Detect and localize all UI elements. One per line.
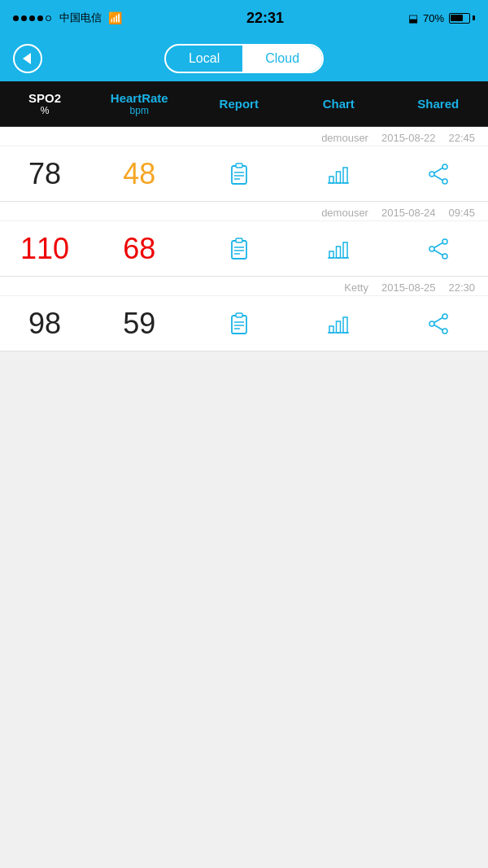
header-heartrate: HeartRate bpm: [89, 81, 190, 126]
dot5: [46, 15, 51, 21]
meta-user-2: Ketty: [344, 281, 368, 294]
nav-bar: Local Cloud: [0, 36, 488, 81]
signal-dots: [13, 15, 51, 21]
svg-point-9: [442, 164, 447, 169]
svg-rect-6: [337, 172, 341, 183]
svg-point-37: [442, 314, 447, 319]
records-container: demouser 2015-08-22 22:45 7848 demouser …: [0, 127, 488, 351]
header-chart: Chart: [289, 81, 389, 126]
share-button-1[interactable]: [389, 237, 489, 261]
dot3: [29, 15, 35, 21]
chart-button-2[interactable]: [289, 312, 389, 336]
battery-tip: [473, 15, 475, 20]
chart-button-1[interactable]: [289, 237, 389, 261]
meta-user-1: demouser: [321, 207, 368, 219]
meta-date-1: 2015-08-24: [381, 207, 436, 219]
battery-body: [449, 13, 470, 24]
back-arrow-icon: [23, 53, 31, 64]
data-row-1: 11068: [0, 220, 488, 276]
battery-icon: [449, 13, 475, 24]
battery-fill: [451, 15, 463, 21]
share-icon-2: [426, 312, 451, 336]
svg-rect-1: [236, 164, 242, 168]
data-section-2: Ketty 2015-08-25 22:30 9859: [0, 277, 488, 351]
toggle-group: Local Cloud: [164, 44, 324, 73]
svg-rect-29: [236, 313, 242, 317]
report-button-2[interactable]: [190, 312, 290, 336]
svg-line-40: [434, 317, 442, 322]
wifi-icon: 📶: [108, 11, 122, 24]
spo2-value-1: 110: [0, 232, 89, 266]
svg-line-13: [434, 175, 442, 180]
heartrate-value-0: 48: [89, 157, 190, 191]
toggle-local[interactable]: Local: [166, 46, 242, 72]
chart-button-0[interactable]: [289, 162, 389, 186]
svg-line-41: [434, 325, 442, 329]
share-icon-0: [426, 162, 451, 186]
header-spo2: SPO2 %: [0, 81, 89, 126]
report-icon-2: [227, 312, 251, 336]
report-button-0[interactable]: [190, 162, 290, 186]
meta-time-1: 09:45: [448, 207, 475, 219]
dot1: [13, 15, 19, 21]
back-button[interactable]: [13, 44, 42, 73]
svg-rect-0: [232, 166, 246, 184]
svg-rect-28: [232, 316, 246, 334]
svg-rect-14: [232, 241, 246, 259]
spo2-value-0: 78: [0, 157, 89, 191]
svg-rect-19: [329, 251, 333, 258]
chart-icon-2: [326, 312, 351, 336]
meta-time-0: 22:45: [448, 132, 475, 144]
svg-point-25: [429, 246, 434, 251]
share-icon-1: [426, 237, 451, 261]
dot2: [21, 15, 27, 21]
report-icon-1: [227, 237, 251, 261]
svg-point-10: [442, 179, 447, 184]
carrier-label: 中国电信: [59, 11, 102, 25]
share-button-2[interactable]: [389, 312, 489, 336]
share-button-0[interactable]: [389, 162, 489, 186]
data-section-0: demouser 2015-08-22 22:45 7848: [0, 127, 488, 202]
chart-icon-1: [326, 237, 351, 261]
data-row-0: 7848: [0, 146, 488, 201]
data-row-2: 9859: [0, 295, 488, 351]
svg-rect-21: [343, 242, 347, 258]
meta-date-0: 2015-08-22: [381, 132, 436, 144]
data-section-1: demouser 2015-08-24 09:45 11068: [0, 202, 488, 277]
svg-line-27: [434, 250, 442, 255]
spo2-value-2: 98: [0, 307, 89, 341]
status-bar: 中国电信 📶 22:31 ⬓ 70%: [0, 0, 488, 36]
svg-line-12: [434, 168, 442, 172]
svg-rect-20: [337, 246, 341, 258]
svg-rect-5: [329, 177, 333, 183]
row-meta-2: Ketty 2015-08-25 22:30: [0, 277, 488, 295]
status-left: 中国电信 📶: [13, 11, 122, 25]
meta-user-0: demouser: [321, 132, 368, 144]
column-headers: SPO2 % HeartRate bpm Report Chart Shared: [0, 81, 488, 127]
svg-point-11: [429, 172, 434, 177]
report-button-1[interactable]: [190, 237, 290, 261]
row-meta-0: demouser 2015-08-22 22:45: [0, 127, 488, 146]
bottom-area: [0, 351, 488, 677]
svg-point-39: [429, 321, 434, 326]
report-icon-0: [227, 162, 251, 186]
toggle-cloud[interactable]: Cloud: [242, 46, 322, 72]
bluetooth-icon: ⬓: [408, 12, 418, 24]
svg-point-23: [442, 239, 447, 244]
svg-rect-15: [236, 238, 242, 242]
meta-time-2: 22:30: [448, 281, 475, 294]
header-shared: Shared: [389, 81, 489, 126]
header-report: Report: [190, 81, 290, 126]
status-right: ⬓ 70%: [408, 12, 475, 24]
meta-date-2: 2015-08-25: [381, 281, 436, 294]
heartrate-value-2: 59: [89, 307, 190, 341]
svg-rect-7: [343, 168, 347, 183]
svg-rect-33: [329, 326, 333, 333]
svg-line-26: [434, 242, 442, 247]
clock: 22:31: [246, 10, 284, 27]
svg-point-24: [442, 254, 447, 259]
chart-icon-0: [326, 162, 351, 186]
row-meta-1: demouser 2015-08-24 09:45: [0, 202, 488, 220]
battery-percent: 70%: [423, 12, 444, 24]
dot4: [37, 15, 43, 21]
